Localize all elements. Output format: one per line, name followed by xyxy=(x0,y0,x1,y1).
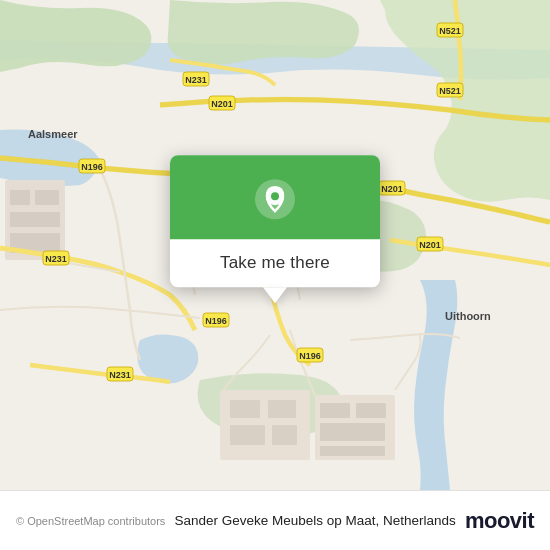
svg-text:N231: N231 xyxy=(185,75,207,85)
svg-rect-2 xyxy=(230,400,260,418)
app: N231 N196 N201 N231 N521 N521 N201 N201 xyxy=(0,0,550,550)
svg-text:Uithoorn: Uithoorn xyxy=(445,310,491,322)
popup-green-area xyxy=(170,155,380,239)
location-pin-icon xyxy=(253,177,297,221)
svg-rect-8 xyxy=(356,403,386,418)
svg-rect-3 xyxy=(268,400,296,418)
svg-text:N201: N201 xyxy=(381,184,403,194)
location-label: Sander Geveke Meubels op Maat, Netherlan… xyxy=(165,513,465,528)
popup-card: Take me there xyxy=(170,155,380,287)
svg-text:N521: N521 xyxy=(439,26,461,36)
svg-point-42 xyxy=(271,192,279,200)
svg-rect-9 xyxy=(320,423,385,441)
svg-text:N196: N196 xyxy=(299,351,321,361)
moovit-logo-text: moovit xyxy=(465,508,534,534)
take-me-there-button[interactable]: Take me there xyxy=(220,253,330,273)
svg-rect-4 xyxy=(230,425,265,445)
moovit-logo: moovit xyxy=(465,508,534,534)
svg-text:N201: N201 xyxy=(211,99,233,109)
svg-text:N201: N201 xyxy=(419,240,441,250)
svg-rect-14 xyxy=(10,212,60,227)
map-container: N231 N196 N201 N231 N521 N521 N201 N201 xyxy=(0,0,550,490)
svg-text:N196: N196 xyxy=(205,316,227,326)
svg-rect-5 xyxy=(272,425,297,445)
svg-rect-10 xyxy=(320,446,385,456)
svg-text:N521: N521 xyxy=(439,86,461,96)
svg-text:N231: N231 xyxy=(45,254,67,264)
svg-text:N231: N231 xyxy=(109,370,131,380)
bottom-bar: © OpenStreetMap contributors Sander Geve… xyxy=(0,490,550,550)
svg-rect-12 xyxy=(10,190,30,205)
svg-text:Aalsmeer: Aalsmeer xyxy=(28,128,78,140)
svg-rect-13 xyxy=(35,190,59,205)
svg-rect-7 xyxy=(320,403,350,418)
copyright-text: © OpenStreetMap contributors xyxy=(16,515,165,527)
svg-text:N196: N196 xyxy=(81,162,103,172)
